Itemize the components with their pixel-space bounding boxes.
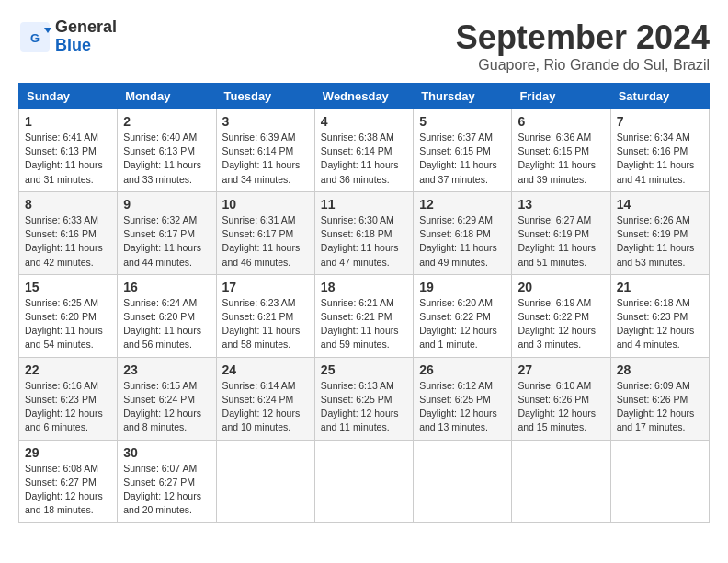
calendar-week-row: 1Sunrise: 6:41 AMSunset: 6:13 PMDaylight… bbox=[19, 109, 710, 192]
day-info: Sunrise: 6:23 AMSunset: 6:21 PMDaylight:… bbox=[222, 296, 309, 352]
day-number: 29 bbox=[25, 445, 111, 460]
logo-line2: Blue bbox=[55, 37, 117, 55]
empty-cell bbox=[414, 440, 512, 523]
day-info: Sunrise: 6:32 AMSunset: 6:17 PMDaylight:… bbox=[123, 213, 210, 270]
day-info: Sunrise: 6:21 AMSunset: 6:21 PMDaylight:… bbox=[321, 296, 407, 352]
day-number: 18 bbox=[321, 280, 407, 294]
calendar-day-cell: 7Sunrise: 6:34 AMSunset: 6:16 PMDaylight… bbox=[610, 109, 709, 192]
day-number: 1 bbox=[25, 114, 111, 129]
calendar-day-cell: 13Sunrise: 6:27 AMSunset: 6:19 PMDayligh… bbox=[512, 191, 610, 274]
day-info: Sunrise: 6:34 AMSunset: 6:16 PMDaylight:… bbox=[617, 131, 703, 187]
day-number: 25 bbox=[321, 362, 407, 377]
day-number: 19 bbox=[419, 280, 506, 294]
day-info: Sunrise: 6:40 AMSunset: 6:13 PMDaylight:… bbox=[123, 131, 210, 187]
day-info: Sunrise: 6:12 AMSunset: 6:25 PMDaylight:… bbox=[419, 379, 506, 435]
calendar-week-row: 15Sunrise: 6:25 AMSunset: 6:20 PMDayligh… bbox=[19, 274, 710, 357]
day-info: Sunrise: 6:41 AMSunset: 6:13 PMDaylight:… bbox=[25, 131, 111, 187]
calendar-day-cell: 27Sunrise: 6:10 AMSunset: 6:26 PMDayligh… bbox=[512, 357, 610, 440]
calendar-day-cell: 18Sunrise: 6:21 AMSunset: 6:21 PMDayligh… bbox=[314, 274, 413, 357]
day-info: Sunrise: 6:16 AMSunset: 6:23 PMDaylight:… bbox=[25, 379, 111, 435]
day-number: 2 bbox=[123, 114, 210, 129]
calendar-day-cell: 9Sunrise: 6:32 AMSunset: 6:17 PMDaylight… bbox=[118, 191, 216, 274]
page-header: G General Blue September 2024 Guapore, R… bbox=[18, 18, 710, 74]
calendar-day-cell: 3Sunrise: 6:39 AMSunset: 6:14 PMDaylight… bbox=[216, 109, 314, 192]
day-info: Sunrise: 6:36 AMSunset: 6:15 PMDaylight:… bbox=[518, 131, 604, 187]
day-number: 9 bbox=[123, 197, 210, 212]
day-number: 16 bbox=[123, 280, 210, 294]
day-number: 5 bbox=[419, 114, 506, 129]
day-info: Sunrise: 6:33 AMSunset: 6:16 PMDaylight:… bbox=[25, 213, 111, 270]
calendar-day-cell: 20Sunrise: 6:19 AMSunset: 6:22 PMDayligh… bbox=[512, 274, 610, 357]
day-info: Sunrise: 6:27 AMSunset: 6:19 PMDaylight:… bbox=[518, 213, 604, 270]
calendar-day-cell: 23Sunrise: 6:15 AMSunset: 6:24 PMDayligh… bbox=[118, 357, 216, 440]
day-info: Sunrise: 6:20 AMSunset: 6:22 PMDaylight:… bbox=[419, 296, 506, 352]
calendar-week-row: 8Sunrise: 6:33 AMSunset: 6:16 PMDaylight… bbox=[19, 191, 710, 274]
calendar-week-row: 29Sunrise: 6:08 AMSunset: 6:27 PMDayligh… bbox=[19, 440, 710, 523]
day-number: 3 bbox=[222, 114, 309, 129]
calendar-table: Sunday Monday Tuesday Wednesday Thursday… bbox=[18, 83, 710, 523]
day-number: 28 bbox=[617, 362, 703, 377]
day-info: Sunrise: 6:37 AMSunset: 6:15 PMDaylight:… bbox=[419, 131, 506, 187]
day-number: 13 bbox=[518, 197, 604, 212]
day-number: 12 bbox=[419, 197, 506, 212]
col-saturday: Saturday bbox=[610, 84, 709, 109]
col-friday: Friday bbox=[512, 84, 610, 109]
day-info: Sunrise: 6:30 AMSunset: 6:18 PMDaylight:… bbox=[321, 213, 407, 270]
day-info: Sunrise: 6:24 AMSunset: 6:20 PMDaylight:… bbox=[123, 296, 210, 352]
logo-line1: General bbox=[55, 18, 117, 37]
day-number: 15 bbox=[25, 280, 111, 294]
empty-cell bbox=[216, 440, 314, 523]
col-monday: Monday bbox=[118, 84, 216, 109]
day-number: 8 bbox=[25, 197, 111, 212]
logo: G General Blue bbox=[18, 18, 117, 55]
day-info: Sunrise: 6:26 AMSunset: 6:19 PMDaylight:… bbox=[617, 213, 703, 270]
calendar-day-cell: 14Sunrise: 6:26 AMSunset: 6:19 PMDayligh… bbox=[610, 191, 709, 274]
calendar-day-cell: 15Sunrise: 6:25 AMSunset: 6:20 PMDayligh… bbox=[19, 274, 118, 357]
calendar-day-cell: 6Sunrise: 6:36 AMSunset: 6:15 PMDaylight… bbox=[512, 109, 610, 192]
calendar-day-cell: 16Sunrise: 6:24 AMSunset: 6:20 PMDayligh… bbox=[118, 274, 216, 357]
day-info: Sunrise: 6:10 AMSunset: 6:26 PMDaylight:… bbox=[518, 379, 604, 435]
day-number: 20 bbox=[518, 280, 604, 294]
calendar-day-cell: 17Sunrise: 6:23 AMSunset: 6:21 PMDayligh… bbox=[216, 274, 314, 357]
empty-cell bbox=[610, 440, 709, 523]
day-number: 6 bbox=[518, 114, 604, 129]
calendar-day-cell: 30Sunrise: 6:07 AMSunset: 6:27 PMDayligh… bbox=[118, 440, 216, 523]
day-number: 7 bbox=[617, 114, 703, 129]
calendar-day-cell: 25Sunrise: 6:13 AMSunset: 6:25 PMDayligh… bbox=[314, 357, 413, 440]
calendar-day-cell: 11Sunrise: 6:30 AMSunset: 6:18 PMDayligh… bbox=[314, 191, 413, 274]
col-thursday: Thursday bbox=[414, 84, 512, 109]
day-info: Sunrise: 6:29 AMSunset: 6:18 PMDaylight:… bbox=[419, 213, 506, 270]
day-number: 21 bbox=[617, 280, 703, 294]
day-number: 30 bbox=[123, 445, 210, 460]
empty-cell bbox=[512, 440, 610, 523]
calendar-day-cell: 5Sunrise: 6:37 AMSunset: 6:15 PMDaylight… bbox=[414, 109, 512, 192]
day-info: Sunrise: 6:19 AMSunset: 6:22 PMDaylight:… bbox=[518, 296, 604, 352]
title-block: September 2024 Guapore, Rio Grande do Su… bbox=[456, 18, 710, 74]
calendar-day-cell: 10Sunrise: 6:31 AMSunset: 6:17 PMDayligh… bbox=[216, 191, 314, 274]
day-number: 23 bbox=[123, 362, 210, 377]
calendar-day-cell: 8Sunrise: 6:33 AMSunset: 6:16 PMDaylight… bbox=[19, 191, 118, 274]
day-info: Sunrise: 6:38 AMSunset: 6:14 PMDaylight:… bbox=[321, 131, 407, 187]
day-info: Sunrise: 6:15 AMSunset: 6:24 PMDaylight:… bbox=[123, 379, 210, 435]
day-number: 17 bbox=[222, 280, 309, 294]
day-info: Sunrise: 6:18 AMSunset: 6:23 PMDaylight:… bbox=[617, 296, 703, 352]
col-wednesday: Wednesday bbox=[314, 84, 413, 109]
day-number: 27 bbox=[518, 362, 604, 377]
day-number: 14 bbox=[617, 197, 703, 212]
calendar-day-cell: 19Sunrise: 6:20 AMSunset: 6:22 PMDayligh… bbox=[414, 274, 512, 357]
svg-text:G: G bbox=[30, 31, 40, 45]
col-tuesday: Tuesday bbox=[216, 84, 314, 109]
calendar-day-cell: 21Sunrise: 6:18 AMSunset: 6:23 PMDayligh… bbox=[610, 274, 709, 357]
day-number: 11 bbox=[321, 197, 407, 212]
day-info: Sunrise: 6:25 AMSunset: 6:20 PMDaylight:… bbox=[25, 296, 111, 352]
calendar-day-cell: 28Sunrise: 6:09 AMSunset: 6:26 PMDayligh… bbox=[610, 357, 709, 440]
calendar-day-cell: 1Sunrise: 6:41 AMSunset: 6:13 PMDaylight… bbox=[19, 109, 118, 192]
month-title: September 2024 bbox=[456, 18, 710, 57]
day-info: Sunrise: 6:13 AMSunset: 6:25 PMDaylight:… bbox=[321, 379, 407, 435]
calendar-day-cell: 26Sunrise: 6:12 AMSunset: 6:25 PMDayligh… bbox=[414, 357, 512, 440]
calendar-day-cell: 2Sunrise: 6:40 AMSunset: 6:13 PMDaylight… bbox=[118, 109, 216, 192]
calendar-day-cell: 12Sunrise: 6:29 AMSunset: 6:18 PMDayligh… bbox=[414, 191, 512, 274]
calendar-week-row: 22Sunrise: 6:16 AMSunset: 6:23 PMDayligh… bbox=[19, 357, 710, 440]
calendar-header-row: Sunday Monday Tuesday Wednesday Thursday… bbox=[19, 84, 710, 109]
col-sunday: Sunday bbox=[19, 84, 118, 109]
